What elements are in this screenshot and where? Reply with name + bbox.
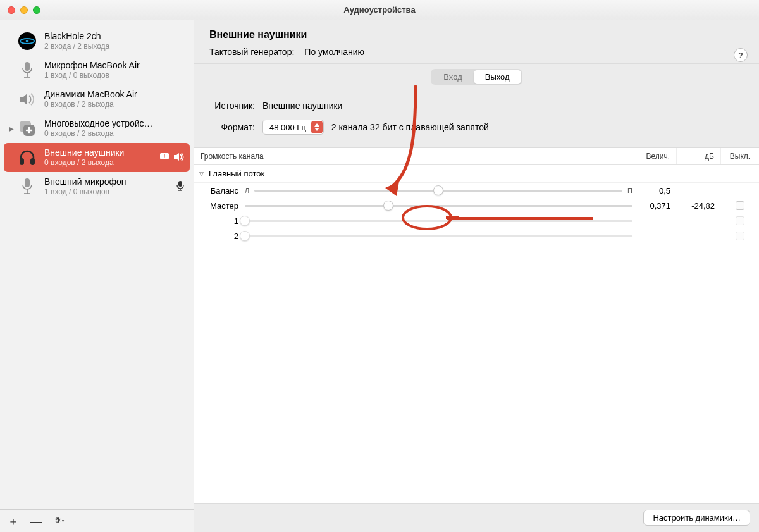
sidebar-toolbar: ＋ — <box>0 509 194 532</box>
device-sub: 1 вход / 0 выходов <box>44 187 173 197</box>
master-db: -24,82 <box>677 201 721 211</box>
speaker-icon <box>16 89 38 110</box>
device-sub: 0 входов / 2 выхода <box>44 158 157 168</box>
device-name: Многовыходное устройс… <box>44 118 185 130</box>
svg-point-22 <box>56 519 58 521</box>
ch2-mute-checkbox[interactable] <box>736 232 744 240</box>
titlebar: Аудиоустройства <box>0 0 759 20</box>
master-value: 0,371 <box>632 201 677 211</box>
headphones-icon <box>16 147 38 168</box>
device-sub: 1 вход / 0 выходов <box>44 71 185 80</box>
main-header: Внешние наушники Тактовый генератор: По … <box>194 20 759 64</box>
device-sub: 0 входов / 2 выхода <box>44 100 185 109</box>
balance-right-mark: П <box>627 187 632 194</box>
svg-text:!: ! <box>164 153 166 159</box>
device-multi-output[interactable]: ▶ Многовыходное устройс… 0 входов / 2 вы… <box>4 114 190 143</box>
ch1-label: 1 <box>194 216 245 226</box>
format-desc: 2 канала 32 бит с плавающей запятой <box>331 122 489 132</box>
microphone-icon <box>16 176 38 197</box>
format-label: Формат: <box>209 122 255 132</box>
ch2-slider[interactable] <box>245 235 632 237</box>
row-master: Мастер 0,371 -24,82 <box>194 198 759 213</box>
remove-button[interactable]: — <box>30 516 42 527</box>
default-output-icon <box>173 152 185 163</box>
svg-marker-15 <box>174 153 179 161</box>
ch1-slider[interactable] <box>245 220 632 222</box>
row-ch1: 1 <box>194 213 759 228</box>
source-label: Источник: <box>209 101 255 111</box>
window-title: Аудиоустройства <box>0 5 759 15</box>
master-slider[interactable] <box>245 205 632 207</box>
help-button[interactable]: ? <box>734 48 748 62</box>
source-value: Внешние наушники <box>262 101 342 111</box>
alert-output-icon: ! <box>159 152 170 163</box>
device-mic-mba[interactable]: Микрофон MacBook Air 1 вход / 0 выходов <box>4 56 190 85</box>
device-name: Внешний микрофон <box>44 176 173 188</box>
device-name: Микрофон MacBook Air <box>44 60 185 71</box>
window-body: BlackHole 2ch 2 входа / 2 выхода Микрофо… <box>0 20 759 532</box>
device-external-mic[interactable]: Внешний микрофон 1 вход / 0 выходов <box>4 172 190 201</box>
svg-rect-12 <box>30 158 35 165</box>
col-name[interactable]: Громкость канала <box>194 148 632 164</box>
row-balance: Баланс Л П 0,5 <box>194 183 759 198</box>
io-tabs: Вход Выход <box>194 64 759 90</box>
device-name: BlackHole 2ch <box>44 31 185 42</box>
device-external-headphones[interactable]: Внешние наушники 0 входов / 2 выхода ! <box>4 143 190 172</box>
format-rate-value: 48 000 Гц <box>269 123 306 132</box>
device-name: Динамики MacBook Air <box>44 89 185 101</box>
svg-point-2 <box>26 40 29 43</box>
configure-speakers-button[interactable]: Настроить динамики… <box>643 510 750 526</box>
main-footer: Настроить динамики… <box>194 503 759 532</box>
blackhole-icon <box>16 30 38 52</box>
window: Аудиоустройства BlackHole 2ch 2 входа / … <box>0 0 759 532</box>
balance-value: 0,5 <box>632 186 677 195</box>
stream-group[interactable]: ▽ Главный поток <box>194 165 759 183</box>
svg-marker-24 <box>314 123 319 127</box>
gear-icon[interactable] <box>53 516 65 527</box>
master-mute-checkbox[interactable] <box>736 201 744 210</box>
balance-slider[interactable] <box>254 190 622 192</box>
format-rate-dropdown[interactable]: 48 000 Гц <box>262 120 324 135</box>
ch1-mute-checkbox[interactable] <box>736 216 744 225</box>
clock-label: Тактовый генератор: <box>209 47 294 57</box>
table-header: Громкость канала Велич. дБ Выкл. <box>194 148 759 165</box>
col-db[interactable]: дБ <box>677 148 721 164</box>
segmented-control: Вход Выход <box>431 69 522 85</box>
clock-value[interactable]: По умолчанию <box>304 47 364 57</box>
microphone-icon <box>16 59 38 81</box>
device-name: Внешние наушники <box>44 147 157 159</box>
balance-left-mark: Л <box>245 187 249 194</box>
device-list: BlackHole 2ch 2 входа / 2 выхода Микрофо… <box>0 20 194 509</box>
device-title: Внешние наушники <box>209 29 744 40</box>
col-mute[interactable]: Выкл. <box>721 148 759 164</box>
svg-marker-23 <box>62 520 64 522</box>
multi-output-icon <box>16 118 38 139</box>
config-section: Источник: Внешние наушники Формат: 48 00… <box>194 90 759 148</box>
svg-marker-25 <box>314 128 319 131</box>
col-value[interactable]: Велич. <box>632 148 677 164</box>
add-button[interactable]: ＋ <box>8 516 19 527</box>
tab-output[interactable]: Выход <box>474 70 521 84</box>
svg-marker-6 <box>20 94 27 105</box>
device-blackhole[interactable]: BlackHole 2ch 2 входа / 2 выхода <box>4 27 190 56</box>
balance-label: Баланс <box>194 186 245 195</box>
ch2-label: 2 <box>194 232 245 241</box>
device-spk-mba[interactable]: Динамики MacBook Air 0 входов / 2 выхода <box>4 85 190 114</box>
device-sub: 0 входов / 2 выхода <box>44 129 185 139</box>
channel-table: Громкость канала Велич. дБ Выкл. ▽ Главн… <box>194 148 759 503</box>
svg-rect-3 <box>25 62 30 71</box>
chevron-updown-icon <box>311 121 323 133</box>
svg-rect-11 <box>20 158 24 165</box>
master-label: Мастер <box>194 201 245 211</box>
disclosure-icon[interactable]: ▶ <box>8 125 16 132</box>
main-panel: Внешние наушники Тактовый генератор: По … <box>194 20 759 532</box>
tab-input[interactable]: Вход <box>432 70 473 84</box>
row-ch2: 2 <box>194 228 759 244</box>
sidebar: BlackHole 2ch 2 входа / 2 выхода Микрофо… <box>0 20 194 532</box>
svg-rect-16 <box>25 178 30 187</box>
device-sub: 2 входа / 2 выхода <box>44 42 185 51</box>
group-label: Главный поток <box>209 169 264 178</box>
default-input-icon <box>176 180 185 194</box>
svg-rect-19 <box>178 181 182 187</box>
chevron-down-icon: ▽ <box>199 171 204 177</box>
